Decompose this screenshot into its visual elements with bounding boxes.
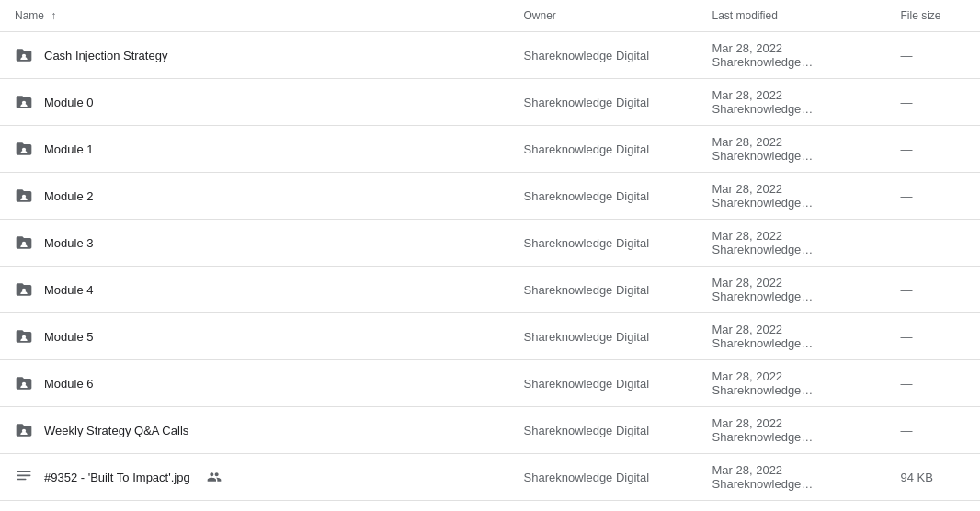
shared-folder-icon — [15, 93, 33, 111]
owner-cell: Shareknowledge Digital — [509, 126, 698, 173]
name-header-label: Name — [15, 9, 44, 22]
shared-folder-icon — [15, 327, 33, 346]
table-row[interactable]: Module 5Shareknowledge DigitalMar 28, 20… — [0, 313, 980, 360]
name-cell: Module 3 — [0, 220, 509, 267]
name-cell: Weekly Strategy Q&A Calls — [0, 407, 509, 454]
owner-cell: Shareknowledge Digital — [509, 220, 698, 267]
modified-cell: Mar 28, 2022 Shareknowledge… — [698, 454, 886, 501]
owner-cell: Shareknowledge Digital — [509, 79, 698, 126]
name-cell: Module 6 — [0, 360, 509, 407]
modified-header-label: Last modified — [712, 9, 778, 22]
size-cell: — — [886, 360, 981, 407]
shared-folder-icon — [15, 140, 33, 158]
size-cell: — — [886, 126, 981, 173]
modified-cell: Mar 28, 2022 Shareknowledge… — [698, 79, 886, 126]
name-cell: Module 0 — [0, 79, 509, 126]
size-cell: 89 KB — [886, 501, 981, 512]
size-cell: — — [886, 173, 981, 220]
owner-cell: Shareknowledge Digital — [509, 32, 698, 79]
file-name: Module 3 — [44, 236, 93, 250]
modified-cell: Mar 28, 2022 Shareknowledge… — [698, 360, 886, 407]
table-row[interactable]: Module 6Shareknowledge DigitalMar 28, 20… — [0, 360, 980, 407]
shared-folder-icon — [15, 187, 33, 205]
name-cell: #9352 - 'Built To Impact'.jpg — [0, 454, 509, 501]
modified-cell: Mar 28, 2022 Shareknowledge… — [698, 126, 886, 173]
sort-ascending-icon: ↑ — [51, 9, 56, 22]
shared-folder-icon — [15, 233, 33, 252]
shared-people-icon — [207, 470, 222, 484]
size-cell: — — [886, 79, 981, 126]
file-name: Cash Injection Strategy — [44, 49, 167, 62]
file-list-table: Name ↑ Owner Last modified File size Cas… — [0, 0, 980, 511]
shared-folder-icon — [15, 421, 33, 439]
owner-header[interactable]: Owner — [509, 0, 698, 32]
table-row[interactable]: Cash Injection StrategyShareknowledge Di… — [0, 32, 980, 79]
owner-cell: Shareknowledge Digital — [509, 313, 698, 360]
table-row[interactable]: #9353 - 'Built To Impact'.jpg Shareknowl… — [0, 501, 980, 512]
shared-folder-icon — [15, 374, 33, 392]
modified-cell: Mar 28, 2022 Shareknowledge… — [698, 407, 886, 454]
table-row[interactable]: Module 4Shareknowledge DigitalMar 28, 20… — [0, 267, 980, 313]
table-row[interactable]: Module 1Shareknowledge DigitalMar 28, 20… — [0, 126, 980, 173]
modified-cell: Mar 28, 2022 Shareknowledge… — [698, 173, 886, 220]
modified-cell: Mar 28, 2022 Shareknowledge… — [698, 220, 886, 267]
modified-cell: Mar 28, 2022 Shareknowledge… — [698, 313, 886, 360]
table-row[interactable]: Module 2Shareknowledge DigitalMar 28, 20… — [0, 173, 980, 220]
svg-rect-11 — [17, 479, 27, 481]
name-cell: Module 5 — [0, 313, 509, 360]
owner-cell: Shareknowledge Digital — [509, 173, 698, 220]
owner-cell: Shareknowledge Digital — [509, 267, 698, 313]
size-header-label: File size — [901, 9, 941, 22]
table-row[interactable]: Module 0Shareknowledge DigitalMar 28, 20… — [0, 79, 980, 126]
size-cell: — — [886, 407, 981, 454]
size-cell: — — [886, 220, 981, 267]
modified-header[interactable]: Last modified — [698, 0, 886, 32]
name-cell: #9353 - 'Built To Impact'.jpg — [0, 501, 509, 512]
owner-cell: Shareknowledge Digital — [509, 454, 698, 501]
file-name: Module 5 — [44, 330, 93, 344]
size-header[interactable]: File size — [886, 0, 981, 32]
shared-folder-icon — [15, 46, 33, 64]
table-row[interactable]: Module 3Shareknowledge DigitalMar 28, 20… — [0, 220, 980, 267]
size-cell: — — [886, 267, 981, 313]
file-name: Weekly Strategy Q&A Calls — [44, 424, 188, 437]
svg-rect-10 — [17, 475, 31, 477]
modified-cell: Mar 28, 2022 Shareknowledge… — [698, 32, 886, 79]
size-cell: — — [886, 313, 981, 360]
name-cell: Module 4 — [0, 267, 509, 313]
file-name: Module 4 — [44, 283, 93, 297]
image-file-icon — [15, 468, 33, 486]
table-row[interactable]: #9352 - 'Built To Impact'.jpg Shareknowl… — [0, 454, 980, 501]
table-row[interactable]: Weekly Strategy Q&A CallsShareknowledge … — [0, 407, 980, 454]
svg-rect-9 — [17, 471, 31, 472]
file-name: #9352 - 'Built To Impact'.jpg — [44, 471, 190, 484]
name-cell: Module 1 — [0, 126, 509, 173]
file-name: Module 6 — [44, 377, 93, 391]
file-name: Module 0 — [44, 96, 93, 109]
name-header[interactable]: Name ↑ — [0, 0, 509, 32]
owner-cell: Shareknowledge Digital — [509, 501, 698, 512]
owner-cell: Shareknowledge Digital — [509, 360, 698, 407]
file-name: Module 1 — [44, 142, 93, 156]
file-name: Module 2 — [44, 189, 93, 203]
owner-header-label: Owner — [524, 9, 556, 22]
name-cell: Cash Injection Strategy — [0, 32, 509, 79]
modified-cell: Mar 28, 2022 Shareknowledge… — [698, 501, 886, 512]
size-cell: — — [886, 32, 981, 79]
modified-cell: Mar 28, 2022 Shareknowledge… — [698, 267, 886, 313]
owner-cell: Shareknowledge Digital — [509, 407, 698, 454]
shared-folder-icon — [15, 280, 33, 299]
name-cell: Module 2 — [0, 173, 509, 220]
size-cell: 94 KB — [886, 454, 981, 501]
